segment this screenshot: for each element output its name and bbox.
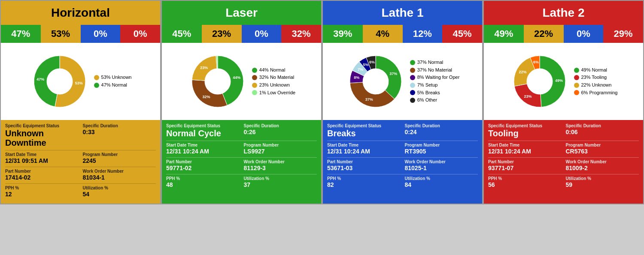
dashboard: Horizontal47%53%0%0%53%47%53% Unknown47%… bbox=[0, 0, 644, 204]
wo-label: Work Order Number bbox=[566, 159, 639, 165]
pct-cell-laser-1: 23% bbox=[202, 25, 242, 43]
start-label: Start Date Time bbox=[327, 143, 401, 148]
panel-header-lathe2: Lathe 2 bbox=[484, 1, 643, 25]
svg-text:37%: 37% bbox=[389, 72, 397, 76]
util-value: 59 bbox=[566, 181, 639, 188]
wo-value: 81129-3 bbox=[244, 165, 317, 171]
svg-text:37%: 37% bbox=[365, 97, 373, 102]
svg-point-6 bbox=[206, 69, 230, 93]
duration-label: Specific Duration bbox=[244, 123, 317, 129]
pct-cell-horizontal-2: 0% bbox=[81, 25, 121, 43]
pct-cell-laser-3: 32% bbox=[281, 25, 321, 43]
start-value: 12/31 10:24 AM bbox=[488, 148, 562, 155]
program-col: Program Number 2245 bbox=[83, 152, 156, 164]
svg-text:44%: 44% bbox=[233, 75, 240, 80]
pct-cell-lathe1-0: 39% bbox=[323, 25, 363, 43]
legend-item: 1% Low Override bbox=[252, 89, 295, 97]
pph-value: 82 bbox=[327, 181, 401, 188]
part-row: Part Number 59771-02 Work Order Number 8… bbox=[166, 159, 317, 171]
program-value: 2245 bbox=[83, 157, 156, 164]
util-label: Utilization % bbox=[405, 176, 478, 181]
pct-cell-lathe2-0: 49% bbox=[484, 25, 524, 43]
percent-bar-lathe1: 39%4%12%45% bbox=[323, 25, 482, 43]
divider bbox=[488, 174, 639, 174]
panel-laser: Laser45%23%0%32%44%32%23%44% Normal32% N… bbox=[161, 0, 322, 204]
divider bbox=[166, 174, 317, 174]
duration-label: Specific Duration bbox=[83, 123, 156, 129]
status-label: Specific Equipment Status bbox=[488, 123, 562, 129]
panel-header-laser: Laser bbox=[162, 1, 321, 25]
duration-label: Specific Duration bbox=[405, 123, 478, 129]
percent-bar-lathe2: 49%22%0%29% bbox=[484, 25, 643, 43]
panel-lathe2: Lathe 249%22%0%29%49%23%22%6%49% Normal2… bbox=[483, 0, 644, 204]
util-label: Utilization % bbox=[83, 186, 156, 191]
legend-item: 7% Setup bbox=[410, 81, 460, 89]
pct-cell-lathe2-3: 29% bbox=[603, 25, 643, 43]
legend-item: 49% Normal bbox=[574, 66, 618, 74]
util-col: Utilization % 54 bbox=[83, 186, 156, 198]
pct-cell-horizontal-3: 0% bbox=[120, 25, 160, 43]
part-col: Part Number 93771-07 bbox=[488, 159, 562, 171]
status-label: Specific Equipment Status bbox=[166, 123, 240, 129]
chart-area-lathe2: 49%23%22%6%49% Normal23% Tooling22% Unkn… bbox=[484, 43, 643, 120]
program-label: Program Number bbox=[244, 143, 317, 148]
start-col: Start Date Time 12/31 10:24 AM bbox=[488, 143, 562, 155]
chart-area-laser: 44%32%23%44% Normal32% No Material23% Un… bbox=[162, 43, 321, 120]
divider bbox=[327, 174, 478, 174]
util-value: 84 bbox=[405, 181, 478, 188]
start-row: Start Date Time 12/31 09:51 AM Program N… bbox=[5, 152, 156, 164]
pph-label: PPH % bbox=[5, 186, 79, 191]
pph-row: PPH % 48 Utilization % 37 bbox=[166, 176, 317, 188]
part-value: 93771-07 bbox=[488, 165, 562, 171]
legend-item: 53% Unknown bbox=[94, 74, 132, 81]
pph-col: PPH % 82 bbox=[327, 176, 401, 188]
status-col: Specific Equipment Status UnknownDowntim… bbox=[5, 123, 79, 147]
duration-label: Specific Duration bbox=[566, 123, 639, 129]
legend-item: 37% Normal bbox=[410, 59, 460, 66]
status-col: Specific Equipment Status Breaks bbox=[327, 123, 401, 138]
divider bbox=[488, 141, 639, 141]
panel-header-lathe1: Lathe 1 bbox=[323, 1, 482, 25]
pct-cell-lathe1-3: 45% bbox=[442, 25, 482, 43]
util-value: 54 bbox=[83, 191, 156, 198]
svg-text:6%: 6% bbox=[369, 60, 375, 64]
duration-col: Specific Duration 0:26 bbox=[244, 123, 317, 138]
part-value: 17414-02 bbox=[5, 174, 79, 181]
legend-lathe2: 49% Normal23% Tooling22% Unknown6% Progr… bbox=[574, 66, 618, 96]
duration-col: Specific Duration 0:06 bbox=[566, 123, 639, 138]
legend-item: 8% Waiting for Oper bbox=[410, 74, 460, 81]
start-value: 12/31 09:51 AM bbox=[5, 157, 79, 164]
wo-value: 81025-1 bbox=[405, 165, 478, 171]
part-col: Part Number 59771-02 bbox=[166, 159, 240, 171]
pct-cell-lathe2-2: 0% bbox=[564, 25, 604, 43]
pph-row: PPH % 82 Utilization % 84 bbox=[327, 176, 478, 188]
panel-header-horizontal: Horizontal bbox=[1, 1, 160, 25]
svg-text:23%: 23% bbox=[524, 94, 532, 99]
legend-item: 22% Unknown bbox=[574, 81, 618, 89]
info-area-laser: Specific Equipment Status Normal Cycle S… bbox=[162, 120, 321, 204]
svg-text:5%: 5% bbox=[363, 63, 368, 67]
status-col: Specific Equipment Status Tooling bbox=[488, 123, 562, 138]
start-row: Start Date Time 12/31 10:24 AM Program N… bbox=[327, 143, 478, 155]
start-label: Start Date Time bbox=[488, 143, 562, 148]
pct-cell-lathe1-1: 4% bbox=[363, 25, 403, 43]
duration-value: 0:24 bbox=[405, 129, 478, 135]
part-row: Part Number 93771-07 Work Order Number 8… bbox=[488, 159, 639, 171]
wo-col: Work Order Number 81025-1 bbox=[405, 159, 478, 171]
pph-col: PPH % 56 bbox=[488, 176, 562, 188]
legend-item: 5% Breaks bbox=[410, 89, 460, 97]
program-col: Program Number LS9927 bbox=[244, 143, 317, 155]
start-value: 12/31 10:24 AM bbox=[327, 148, 401, 155]
pct-cell-laser-0: 45% bbox=[162, 25, 202, 43]
divider bbox=[5, 167, 156, 167]
pph-label: PPH % bbox=[327, 176, 401, 181]
svg-text:22%: 22% bbox=[519, 70, 526, 74]
svg-text:6%: 6% bbox=[533, 60, 539, 64]
legend-item: 6% Programming bbox=[574, 89, 618, 97]
pct-cell-lathe2-1: 22% bbox=[524, 25, 564, 43]
legend-item: 6% Other bbox=[410, 96, 460, 104]
legend-item: 37% No Material bbox=[410, 66, 460, 74]
start-row: Start Date Time 12/31 10:24 AM Program N… bbox=[166, 143, 317, 155]
start-col: Start Date Time 12/31 10:24 AM bbox=[327, 143, 401, 155]
start-col: Start Date Time 12/31 09:51 AM bbox=[5, 152, 79, 164]
